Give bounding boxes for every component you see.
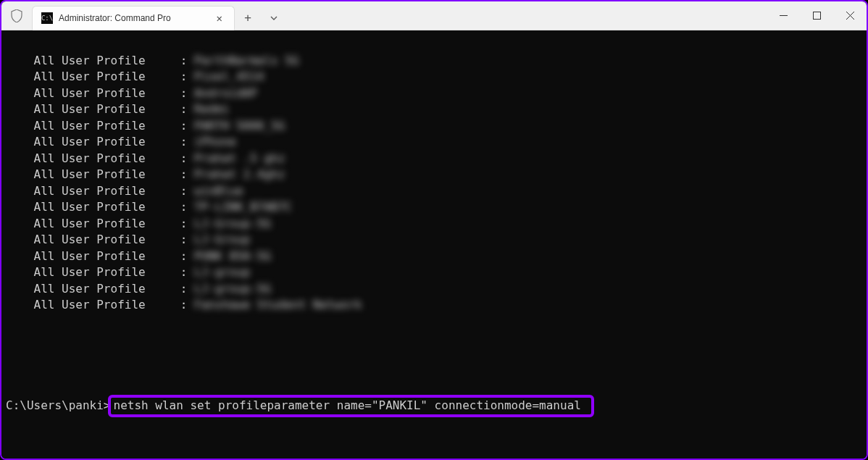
profile-value-blurred: Prahat 2.4ghz — [194, 167, 285, 183]
profile-line: All User Profile : Prahat .5 ghz — [6, 151, 862, 167]
profile-label: All User Profile : — [6, 69, 194, 85]
profile-line: All User Profile : LJ-group — [6, 264, 862, 281]
new-tab-button[interactable]: + — [235, 6, 261, 30]
profile-line: All User Profile : winBlue — [6, 183, 862, 200]
profile-line: All User Profile : LJ-Group — [6, 232, 862, 248]
profile-value-blurred: Pixel_4514 — [194, 69, 264, 85]
profile-label: All User Profile : — [6, 85, 194, 102]
profile-label: All User Profile : — [6, 199, 194, 216]
profile-value-blurred: iPhone — [194, 134, 236, 151]
profile-line: All User Profile : LJ-Group-5G — [6, 216, 862, 233]
profile-value-blurred: AndroidAP — [194, 85, 257, 102]
profile-value-blurred: LJ-Group — [194, 232, 250, 248]
tab-dropdown-button[interactable] — [261, 6, 287, 30]
minimize-button[interactable] — [767, 1, 800, 30]
command-text: netsh wlan set profileparameter name="PA… — [114, 398, 581, 412]
profile-label: All User Profile : — [6, 264, 194, 281]
terminal-output[interactable]: All User Profile : ParthNarmals 5G All U… — [1, 30, 867, 459]
svg-rect-1 — [813, 12, 820, 20]
profile-label: All User Profile : — [6, 134, 194, 151]
profile-value-blurred: Fanshawe Student Network — [194, 297, 362, 314]
profile-value-blurred: LJ-Group-5G — [194, 216, 271, 233]
command-highlight: netsh wlan set profileparameter name="PA… — [108, 395, 594, 417]
profile-line: All User Profile : LJ-group-5G — [6, 281, 862, 298]
shield-icon — [10, 9, 23, 23]
profile-label: All User Profile : — [6, 167, 194, 183]
tab-close-button[interactable]: ✕ — [214, 11, 225, 25]
profile-line: All User Profile : Pixel_4514 — [6, 69, 862, 85]
close-button[interactable] — [833, 1, 867, 30]
profile-value-blurred: winBlue — [194, 183, 243, 200]
profile-label: All User Profile : — [6, 232, 194, 248]
profile-value-blurred: Redmi — [194, 101, 229, 118]
profile-line: All User Profile : AndroidAP — [6, 85, 862, 102]
profile-label: All User Profile : — [6, 118, 194, 135]
profile-value-blurred: PARTH 5000_5G — [194, 118, 285, 135]
profile-value-blurred: PUNK 850-5G — [194, 248, 271, 265]
profile-value-blurred: LJ-group — [194, 264, 250, 281]
profile-label: All User Profile : — [6, 216, 194, 233]
tab-title: Administrator: Command Pro — [59, 13, 208, 23]
profile-line: All User Profile : Fanshawe Student Netw… — [6, 297, 862, 314]
prompt: C:\Users\panki> — [6, 398, 111, 412]
profile-line: All User Profile : PUNK 850-5G — [6, 248, 862, 265]
profile-label: All User Profile : — [6, 53, 194, 70]
maximize-button[interactable] — [800, 1, 833, 30]
profile-label: All User Profile : — [6, 151, 194, 167]
tab-cmd[interactable]: C:\ Administrator: Command Pro ✕ — [32, 6, 235, 30]
profile-label: All User Profile : — [6, 101, 194, 118]
profile-line: All User Profile : PARTH 5000_5G — [6, 118, 862, 135]
profile-label: All User Profile : — [6, 297, 194, 314]
profile-line: All User Profile : Redmi — [6, 101, 862, 118]
profile-value-blurred: TP-LINK_B7AB7C — [194, 199, 292, 216]
profile-label: All User Profile : — [6, 281, 194, 298]
profile-value-blurred: LJ-group-5G — [194, 281, 271, 298]
profile-label: All User Profile : — [6, 248, 194, 265]
profile-label: All User Profile : — [6, 183, 194, 200]
profile-line: All User Profile : TP-LINK_B7AB7C — [6, 199, 862, 216]
title-bar: C:\ Administrator: Command Pro ✕ + — [1, 1, 867, 30]
profile-value-blurred: ParthNarmals 5G — [194, 53, 299, 70]
profile-line: All User Profile : iPhone — [6, 134, 862, 151]
window-controls — [767, 1, 867, 30]
profile-line: All User Profile : ParthNarmals 5G — [6, 53, 862, 70]
profile-value-blurred: Prahat .5 ghz — [194, 151, 285, 167]
cmd-icon: C:\ — [41, 12, 53, 24]
profile-line: All User Profile : Prahat 2.4ghz — [6, 167, 862, 183]
